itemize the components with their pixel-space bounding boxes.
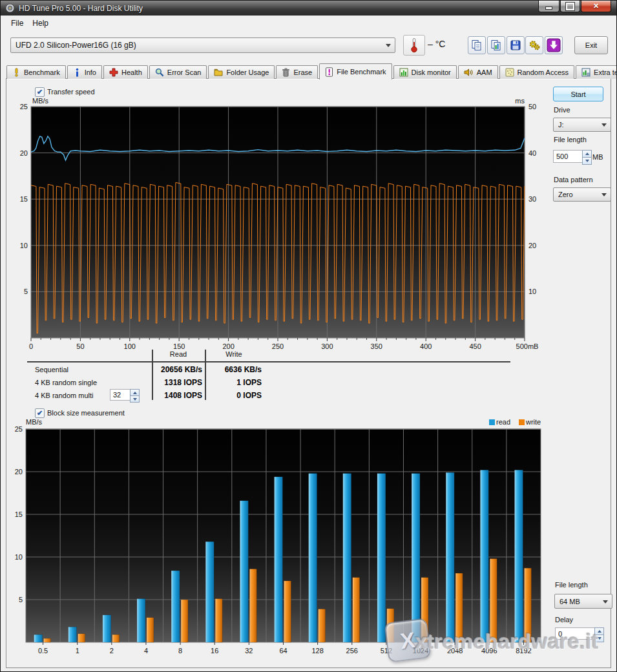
write-value: 0 IOPS <box>206 391 262 400</box>
file-length2-dropdown[interactable]: 64 MB <box>554 594 612 609</box>
svg-text:128: 128 <box>311 647 323 655</box>
svg-text:10: 10 <box>528 288 536 295</box>
file-benchmark-panel: ✔ Transfer speed Start Drive J: File len… <box>6 78 611 668</box>
tab-extra-tests[interactable]: Extra tests <box>576 65 617 79</box>
start-button[interactable]: Start <box>553 87 603 101</box>
info-icon <box>73 68 81 77</box>
save-button[interactable] <box>507 36 525 54</box>
exit-button[interactable]: Exit <box>574 36 608 54</box>
dots-square-icon <box>505 68 514 77</box>
tab-random-access[interactable]: Random Access <box>499 65 574 79</box>
transfer-speed-chart: 2550204015301020510050100150200250300350… <box>8 97 552 350</box>
tab-error-scan-label: Error Scan <box>167 68 202 76</box>
svg-text:400: 400 <box>420 342 432 350</box>
spin-down-icon[interactable] <box>594 635 604 642</box>
file-length-spinner[interactable] <box>582 150 592 165</box>
data-pattern-dropdown[interactable]: Zero <box>553 187 611 202</box>
transfer-speed-label: Transfer speed <box>47 88 95 96</box>
tab-aam-label: AAM <box>477 68 492 76</box>
transfer-speed-checkbox[interactable]: ✔ <box>35 87 45 97</box>
read-value: 1318 IOPS <box>153 378 202 387</box>
write-value: 1 IOPS <box>206 378 262 387</box>
svg-text:256: 256 <box>346 647 358 655</box>
grid-chart-icon <box>581 68 591 77</box>
toolbar: UFD 2.0 Silicon-Power16G (16 gB) – °C <box>1 30 616 61</box>
close-icon: ✕ <box>593 2 599 10</box>
delay-label: Delay <box>555 616 573 624</box>
maximize-button[interactable] <box>560 1 580 12</box>
svg-text:512: 512 <box>381 647 392 655</box>
tab-info[interactable]: Info <box>67 65 102 79</box>
tab-info-label: Info <box>85 68 96 76</box>
read-column-header: Read <box>152 350 205 358</box>
svg-text:25: 25 <box>15 425 23 433</box>
trash-icon <box>282 68 290 77</box>
svg-text:8: 8 <box>178 647 182 655</box>
minimize-icon <box>545 6 552 10</box>
download-button[interactable] <box>545 36 563 54</box>
device-dropdown-value: UFD 2.0 Silicon-Power16G (16 gB) <box>16 41 136 50</box>
svg-text:100: 100 <box>124 342 136 350</box>
svg-text:0: 0 <box>29 342 33 350</box>
svg-text:1024: 1024 <box>413 647 428 655</box>
svg-text:MB/s: MB/s <box>32 97 49 105</box>
tab-erase[interactable]: Erase <box>276 65 318 79</box>
svg-text:15: 15 <box>15 510 23 518</box>
tab-health[interactable]: Health <box>103 65 148 79</box>
data-pattern-label: Data pattern <box>554 176 593 184</box>
svg-text:250: 250 <box>272 342 284 350</box>
tab-disk-monitor[interactable]: Disk monitor <box>393 65 457 79</box>
svg-text:2048: 2048 <box>447 647 463 655</box>
delay-spinner[interactable] <box>594 627 604 642</box>
svg-text:350: 350 <box>371 342 382 350</box>
temperature-button[interactable] <box>403 35 425 56</box>
svg-text:5: 5 <box>24 288 28 295</box>
hd-tune-window: HD Tune Pro 5.00 - Hard Disk Utility ✕ F… <box>0 0 617 672</box>
tab-aam[interactable]: AAM <box>458 65 498 79</box>
read-value: 1408 IOPS <box>153 391 202 400</box>
row-label: 4 KB random multi <box>35 392 93 399</box>
svg-text:15: 15 <box>20 195 28 203</box>
chevron-down-icon <box>603 600 608 604</box>
bar-chart-icon <box>399 68 408 77</box>
write-value: 6636 KB/s <box>206 365 262 374</box>
drive-label: Drive <box>554 106 570 114</box>
copy-image-button[interactable] <box>487 36 505 54</box>
copy-image-icon <box>490 39 502 51</box>
menu-file[interactable]: File <box>6 17 28 29</box>
menu-help[interactable]: Help <box>28 17 53 29</box>
device-dropdown[interactable]: UFD 2.0 Silicon-Power16G (16 gB) <box>10 37 395 53</box>
queue-depth-spinner[interactable] <box>130 389 140 403</box>
download-arrow-icon <box>547 38 561 52</box>
svg-text:5: 5 <box>19 596 23 604</box>
menubar: File Help <box>1 16 616 30</box>
drive-dropdown[interactable]: J: <box>553 118 611 132</box>
thermometer-icon <box>410 37 418 53</box>
spin-down-icon[interactable] <box>582 157 592 165</box>
table-header-divider <box>27 361 510 362</box>
tab-file-benchmark[interactable]: File Benchmark <box>319 63 392 79</box>
svg-text:10: 10 <box>20 242 28 249</box>
file-length-input[interactable] <box>553 150 583 163</box>
exclamation-icon <box>12 68 21 77</box>
read-value: 20656 KB/s <box>153 365 202 374</box>
spin-down-icon[interactable] <box>130 395 140 403</box>
block-size-checkbox[interactable]: ✔ <box>35 408 45 418</box>
copy-text-button[interactable] <box>468 36 486 54</box>
tab-bar: Benchmark Info Health Error Scan Folder … <box>6 63 611 79</box>
tab-folder-usage[interactable]: Folder Usage <box>208 65 275 79</box>
block-size-chart: 2520151050.51248163264128256512102420484… <box>8 418 554 660</box>
chevron-down-icon <box>601 123 607 127</box>
tab-error-scan[interactable]: Error Scan <box>149 65 207 79</box>
minimize-button[interactable] <box>538 1 559 12</box>
svg-text:500mB: 500mB <box>516 342 539 350</box>
hdtune-app-icon <box>5 3 15 13</box>
tab-folder-usage-label: Folder Usage <box>226 68 269 76</box>
close-button[interactable]: ✕ <box>581 1 611 12</box>
file-length-label: File length <box>554 136 587 143</box>
drive-dropdown-value: J: <box>558 121 564 129</box>
delay-input[interactable] <box>555 627 595 640</box>
options-button[interactable] <box>525 36 543 54</box>
queue-depth-input[interactable] <box>110 389 131 401</box>
tab-benchmark[interactable]: Benchmark <box>6 65 66 79</box>
